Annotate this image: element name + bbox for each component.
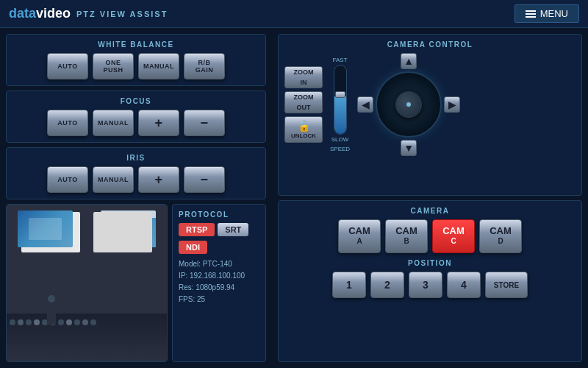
focus-minus-button[interactable]: − bbox=[184, 110, 225, 136]
ptz-up-row: ▲ bbox=[401, 53, 417, 69]
camera-position-section: CAMERA CAM A CAM B CAM C CAM D bbox=[278, 200, 582, 362]
head bbox=[82, 319, 88, 325]
position-3-button[interactable]: 3 bbox=[409, 272, 442, 298]
hamburger-icon bbox=[526, 10, 536, 18]
logo-text: datavideo bbox=[9, 6, 71, 21]
ptz-up-button[interactable]: ▲ bbox=[401, 53, 417, 69]
model-value: PTC-140 bbox=[203, 260, 232, 268]
cam-d-sub: D bbox=[498, 236, 503, 247]
screen-content-left bbox=[18, 210, 73, 247]
speed-title: SPEED bbox=[330, 146, 350, 152]
white-balance-buttons: AUTO ONEPUSH MANUAL R/BGAIN bbox=[14, 53, 258, 79]
cam-c-button[interactable]: CAM C bbox=[432, 219, 475, 253]
iris-manual-button[interactable]: MANUAL bbox=[93, 166, 134, 193]
position-4-button[interactable]: 4 bbox=[447, 272, 481, 298]
head bbox=[66, 319, 72, 325]
ptz-right-button[interactable]: ▶ bbox=[444, 96, 460, 113]
unlock-label: UNLOCK bbox=[291, 132, 316, 139]
ndi-button[interactable]: NDI bbox=[179, 241, 207, 254]
fast-label: FAST bbox=[333, 57, 348, 63]
cam-a-button[interactable]: CAM A bbox=[338, 219, 381, 253]
ip-info: IP: 192.168.100.100 bbox=[179, 270, 259, 282]
slow-label: SLOW bbox=[331, 136, 349, 143]
screen-left bbox=[18, 210, 73, 247]
cam-a-label: CAM bbox=[348, 226, 370, 236]
focus-auto-button[interactable]: AUTO bbox=[47, 110, 88, 136]
position-1-button[interactable]: 1 bbox=[332, 272, 366, 298]
head bbox=[90, 319, 96, 325]
iris-plus-button[interactable]: + bbox=[138, 166, 179, 193]
main-content: WHITE BALANCE AUTO ONEPUSH MANUAL R/BGAI… bbox=[0, 28, 588, 368]
screen-content-right bbox=[101, 218, 156, 247]
camera-control-section: CAMERA CONTROL ZOOMIN ZOOMOUT 🔓 UNLOCK F… bbox=[278, 34, 582, 196]
speed-slider[interactable] bbox=[334, 65, 347, 135]
ptz-down-row: ▼ bbox=[401, 140, 417, 156]
rtsp-button[interactable]: RTSP bbox=[179, 223, 215, 236]
menu-label: MENU bbox=[540, 8, 568, 19]
zoom-in-button[interactable]: ZOOMIN bbox=[284, 66, 323, 88]
white-balance-title: WHITE BALANCE bbox=[14, 40, 258, 49]
screen-right bbox=[101, 210, 156, 247]
focus-manual-button[interactable]: MANUAL bbox=[93, 110, 134, 136]
head bbox=[26, 319, 32, 325]
ptz-title: PTZ VIEW ASSIST bbox=[76, 10, 168, 18]
focus-plus-button[interactable]: + bbox=[138, 110, 179, 136]
wb-auto-button[interactable]: AUTO bbox=[47, 53, 88, 79]
screen-map-2 bbox=[112, 218, 145, 240]
focus-section: FOCUS AUTO MANUAL + − bbox=[6, 91, 266, 143]
focus-title: FOCUS bbox=[14, 97, 258, 105]
srt-button[interactable]: SRT bbox=[218, 223, 248, 236]
cam-d-label: CAM bbox=[490, 226, 512, 236]
ptz-down-button[interactable]: ▼ bbox=[401, 140, 417, 156]
camera-control-title: CAMERA CONTROL bbox=[284, 40, 576, 49]
left-panel: WHITE BALANCE AUTO ONEPUSH MANUAL R/BGAI… bbox=[0, 28, 272, 368]
iris-title: IRIS bbox=[14, 154, 258, 162]
cam-d-button[interactable]: CAM D bbox=[479, 219, 522, 253]
ip-value: 192.168.100.100 bbox=[190, 272, 245, 280]
res-info: Res: 1080p59.94 bbox=[179, 282, 259, 294]
fps-label: FPS: bbox=[179, 295, 195, 303]
store-button[interactable]: STORE bbox=[485, 272, 528, 298]
protocol-section: PROTOCOL RTSP SRT NDI Model: PTC-140 IP:… bbox=[172, 204, 266, 362]
camera-buttons: CAM A CAM B CAM C CAM D bbox=[284, 219, 576, 253]
iris-section: IRIS AUTO MANUAL + − bbox=[6, 147, 266, 199]
iris-auto-button[interactable]: AUTO bbox=[47, 166, 88, 193]
cam-b-label: CAM bbox=[395, 226, 417, 236]
logo-data-text: data bbox=[9, 6, 36, 21]
position-2-button[interactable]: 2 bbox=[370, 272, 404, 298]
zoom-controls: ZOOMIN ZOOMOUT 🔓 UNLOCK bbox=[284, 66, 323, 143]
presenter bbox=[47, 302, 56, 325]
model-info: Model: PTC-140 bbox=[179, 258, 259, 270]
joystick-control: ▲ ◀ ▶ ▼ bbox=[357, 53, 460, 156]
ptz-middle-row: ◀ ▶ bbox=[357, 71, 460, 138]
menu-button[interactable]: MENU bbox=[514, 4, 579, 23]
speed-control: FAST SLOW SPEED bbox=[330, 57, 350, 152]
wb-manual-button[interactable]: MANUAL bbox=[138, 53, 179, 79]
white-balance-section: WHITE BALANCE AUTO ONEPUSH MANUAL R/BGAI… bbox=[6, 34, 266, 86]
ptz-left-button[interactable]: ◀ bbox=[357, 96, 373, 113]
zoom-out-button[interactable]: ZOOMOUT bbox=[284, 91, 323, 113]
right-panel: CAMERA CONTROL ZOOMIN ZOOMOUT 🔓 UNLOCK F… bbox=[272, 28, 588, 368]
joystick-disk[interactable] bbox=[376, 71, 442, 138]
video-preview bbox=[6, 204, 168, 362]
wb-rb-gain-button[interactable]: R/BGAIN bbox=[184, 53, 225, 79]
camera-title: CAMERA bbox=[284, 207, 576, 215]
cam-c-label: CAM bbox=[442, 226, 465, 236]
screen-map bbox=[29, 218, 62, 240]
iris-buttons: AUTO MANUAL + − bbox=[14, 166, 258, 193]
protocol-buttons: RTSP SRT bbox=[179, 223, 259, 236]
fps-value: 25 bbox=[197, 295, 205, 303]
cam-a-sub: A bbox=[356, 236, 362, 247]
position-title: POSITION bbox=[284, 259, 576, 267]
device-info: Model: PTC-140 IP: 192.168.100.100 Res: … bbox=[179, 258, 259, 305]
unlock-button[interactable]: 🔓 UNLOCK bbox=[284, 116, 323, 143]
cam-b-button[interactable]: CAM B bbox=[385, 219, 428, 253]
protocol-title: PROTOCOL bbox=[179, 210, 259, 219]
res-label: Res: bbox=[179, 283, 194, 291]
wb-one-push-button[interactable]: ONEPUSH bbox=[93, 53, 134, 79]
position-buttons: 1 2 3 4 STORE bbox=[284, 272, 576, 298]
iris-minus-button[interactable]: − bbox=[184, 166, 225, 193]
ip-label: IP: bbox=[179, 272, 187, 280]
head bbox=[58, 319, 64, 325]
head bbox=[18, 319, 24, 325]
